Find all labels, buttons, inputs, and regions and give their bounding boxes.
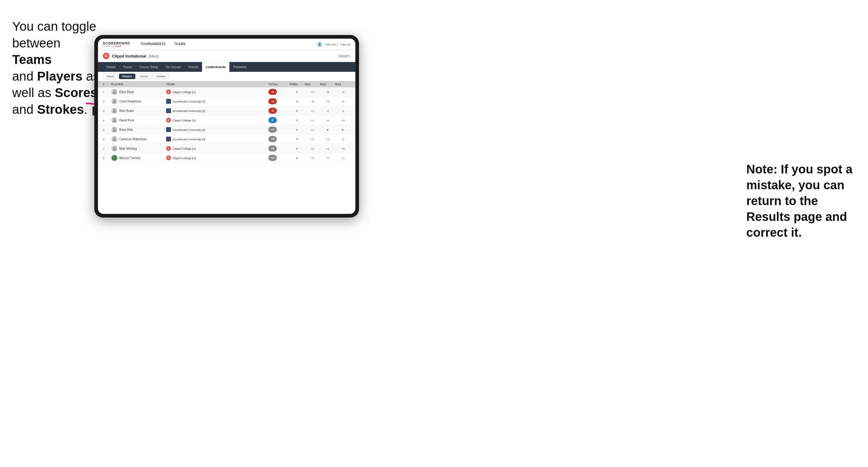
app-logo: SCOREBOARD Powered by clippd — [103, 42, 130, 47]
tournament-title: C Clippd Invitational (Men) — [103, 53, 159, 59]
player-cell: David Ford — [111, 117, 166, 123]
score-badge: -2 — [268, 108, 277, 114]
nav-teams[interactable]: TEAMS — [170, 39, 190, 50]
cancel-button[interactable]: Cancel × — [338, 55, 350, 58]
leaderboard-table: # PLAYER TEAM TOTAL THRU RD1 RD2 RD3 1 E… — [98, 81, 355, 214]
team-logo — [166, 99, 171, 104]
sub-navigation: Details Teams Course Setup Tee Groups Re… — [98, 62, 355, 72]
svg-point-8 — [114, 156, 115, 158]
right-annotation: Note: If you spot a mistake, you can ret… — [746, 161, 859, 240]
nav-user-area: 👤 Test User | Sign out — [316, 41, 350, 48]
bold-teams: Teams — [12, 52, 52, 67]
score-badge: +8 — [268, 146, 277, 152]
table-row: 1 Elliot Ebert C Clippd College [A] -8 F… — [98, 87, 355, 97]
svg-point-3 — [114, 109, 115, 111]
nav-links: TOURNAMENTS TEAMS — [136, 39, 316, 50]
toggle-scores[interactable]: Scores — [136, 74, 152, 79]
tab-results[interactable]: Results — [185, 62, 202, 72]
tablet-device: SCOREBOARD Powered by clippd TOURNAMENTS… — [94, 35, 359, 218]
avatar — [111, 136, 118, 142]
tournament-header: C Clippd Invitational (Men) Cancel × — [98, 50, 355, 62]
tournament-name: Clippd Invitational (Men) — [112, 54, 159, 58]
col-total: TOTAL — [268, 83, 290, 86]
avatar — [111, 155, 118, 161]
table-row: 3 Rich Butler Scoreboard University [A] … — [98, 106, 355, 116]
team-cell: Scoreboard University [A] — [166, 99, 268, 104]
col-rank: # — [103, 83, 111, 86]
user-name: Test User | — [325, 43, 338, 46]
player-cell: Blair McHarg — [111, 146, 166, 152]
bold-players: Players — [37, 69, 83, 83]
table-header: # PLAYER TEAM TOTAL THRU RD1 RD2 RD3 — [98, 81, 355, 87]
tab-leaderboards[interactable]: Leaderboards — [202, 62, 229, 72]
svg-point-7 — [114, 147, 115, 149]
toggle-row: Teams Players Scores Strokes — [98, 72, 355, 81]
avatar — [111, 146, 118, 152]
avatar — [111, 117, 118, 123]
toggle-strokes[interactable]: Strokes — [153, 74, 169, 79]
player-cell: Marcus Turners — [111, 155, 166, 161]
sign-out-link[interactable]: Sign out — [340, 43, 350, 46]
team-cell: C Clippd College [A] — [166, 89, 268, 94]
score-badge: -8 — [268, 89, 277, 95]
top-navigation: SCOREBOARD Powered by clippd TOURNAMENTS… — [98, 39, 355, 50]
tab-teams[interactable]: Teams — [120, 62, 136, 72]
toggle-players[interactable]: Players — [119, 74, 135, 79]
col-thru: THRU — [290, 83, 305, 86]
svg-point-6 — [114, 137, 115, 139]
svg-point-4 — [114, 118, 115, 120]
team-logo: C — [166, 118, 171, 123]
tab-printables[interactable]: Printables — [229, 62, 250, 72]
player-cell: Cameron Robertson — [111, 136, 166, 142]
table-row: 7 Blair McHarg C Clippd College [A] +8 F… — [98, 144, 355, 153]
svg-point-2 — [114, 99, 115, 101]
bold-scores: Scores — [55, 86, 97, 100]
logo-subtitle: Powered by clippd — [103, 45, 130, 47]
svg-point-1 — [114, 90, 115, 92]
team-logo — [166, 136, 171, 142]
team-logo: C — [166, 155, 171, 160]
score-badge: +11 — [268, 155, 277, 161]
tablet-screen: SCOREBOARD Powered by clippd TOURNAMENTS… — [98, 39, 355, 214]
table-row: 2 Chris Robertson Scoreboard University … — [98, 97, 355, 106]
tab-course-setup[interactable]: Course Setup — [136, 62, 161, 72]
team-cell: Scoreboard University [A] — [166, 108, 268, 113]
team-cell: Scoreboard University [A] — [166, 136, 268, 142]
player-cell: Chris Robertson — [111, 98, 166, 104]
svg-point-5 — [114, 128, 115, 130]
col-rd3: RD3 — [335, 83, 350, 86]
score-badge: +6 — [268, 136, 277, 142]
team-cell: Scoreboard University [A] — [166, 127, 268, 132]
score-badge: +1 — [268, 127, 277, 133]
nav-tournaments[interactable]: TOURNAMENTS — [136, 39, 170, 50]
team-cell: C Clippd College [A] — [166, 146, 268, 151]
toggle-teams[interactable]: Teams — [103, 74, 118, 79]
team-cell: C Clippd College [A] — [166, 118, 268, 123]
tab-tee-groups[interactable]: Tee Groups — [161, 62, 185, 72]
tournament-logo: C — [103, 53, 110, 59]
table-row: 4 David Ford C Clippd College [A] E F +1… — [98, 116, 355, 125]
col-rd1: RD1 — [305, 83, 320, 86]
score-badge: -4 — [268, 98, 277, 104]
col-player: PLAYER — [111, 83, 166, 86]
logo-title: SCOREBOARD — [103, 42, 130, 45]
bold-strokes: Strokes — [37, 102, 84, 117]
user-icon: 👤 — [316, 41, 322, 48]
team-cell: C Clippd College [A] — [166, 155, 268, 160]
avatar — [111, 98, 118, 104]
player-cell: Elliot Ebert — [111, 89, 166, 95]
team-logo — [166, 108, 171, 113]
player-cell: Rees Britt — [111, 127, 166, 133]
table-row: 6 Cameron Robertson Scoreboard Universit… — [98, 134, 355, 144]
player-cell: Rich Butler — [111, 108, 166, 114]
team-logo: C — [166, 89, 171, 94]
avatar — [111, 108, 118, 114]
avatar — [111, 127, 118, 133]
col-team: TEAM — [166, 83, 268, 86]
tab-details[interactable]: Details — [103, 62, 120, 72]
team-logo: C — [166, 146, 171, 151]
table-row: 8 Marcus Turners C Clippd College [A] +1… — [98, 153, 355, 163]
col-rd2: RD2 — [320, 83, 335, 86]
team-logo — [166, 127, 171, 132]
score-badge: E — [268, 117, 277, 123]
